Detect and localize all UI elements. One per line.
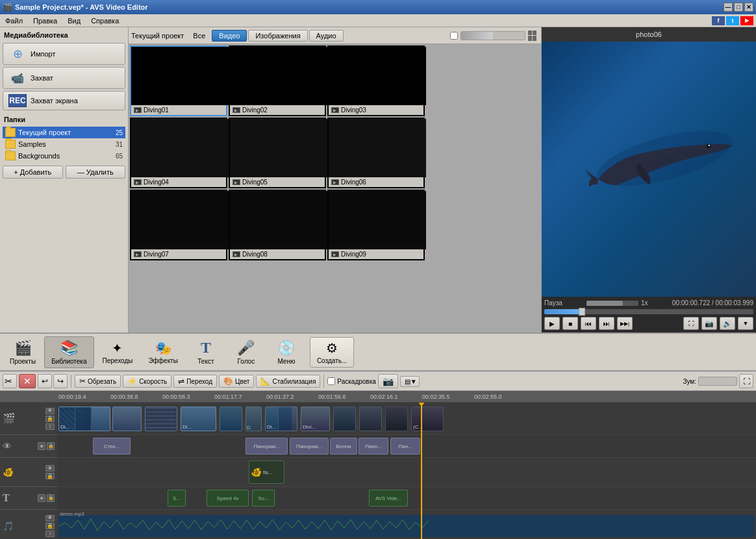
text-clip-s[interactable]: S... (168, 490, 186, 507)
overlay-lock-button[interactable]: 🔒 (45, 473, 55, 479)
fullscreen-preview-button[interactable]: ⛶ (683, 317, 699, 330)
text-track-row[interactable]: S... Speed 4x So... AVS Vide... (57, 487, 756, 510)
media-item-diving09[interactable]: Diving09 (327, 190, 425, 260)
folder-current-project[interactable]: Текущий проект 25 (3, 127, 125, 138)
menu-file[interactable]: Файл (3, 17, 25, 25)
video-clip-1[interactable]: Di... (58, 407, 110, 431)
delete-clip-button[interactable]: ✕ (19, 374, 36, 388)
transition-track-row[interactable]: Стек... Панорам... Панорам... Волна Пано… (57, 435, 756, 458)
video-clip-8[interactable]: Divi... (301, 407, 330, 431)
video-clip-6[interactable]: D. (246, 407, 262, 431)
import-button[interactable]: ⊕ Импорт (3, 43, 125, 65)
video-clip-10[interactable] (359, 407, 382, 431)
tool-transitions[interactable]: ✦ Переходы (95, 337, 140, 368)
video-clip-9[interactable] (333, 407, 356, 431)
audio-lock-button[interactable]: 🔒 (45, 523, 55, 529)
video-clip-4[interactable]: Di... (181, 407, 216, 431)
end-button[interactable]: ▶▶| (617, 317, 633, 330)
progress-handle[interactable] (579, 308, 585, 316)
track-expand-button[interactable]: ↕ (45, 423, 55, 430)
media-item-diving03[interactable]: Diving03 (327, 45, 425, 116)
transition-chip-pano3[interactable]: Пано... (359, 438, 388, 455)
media-item-diving01[interactable]: Diving01 (130, 45, 227, 116)
media-item-diving05[interactable]: Diving05 (229, 118, 326, 188)
media-item-diving08[interactable]: Diving08 (229, 190, 326, 260)
timeline-fullscreen-button[interactable]: ⛶ (739, 374, 753, 388)
media-item-diving02[interactable]: Diving02 (229, 45, 326, 116)
text-lock-button[interactable]: 🔒 (47, 494, 55, 502)
folder-samples[interactable]: Samples 31 (3, 138, 125, 150)
tool-text[interactable]: T Текст (186, 336, 225, 368)
youtube-icon[interactable]: ▶ (740, 16, 753, 25)
redo-button[interactable]: ↪ (53, 374, 68, 388)
fx-eye-button[interactable]: 👁 (38, 442, 45, 450)
text-clip-so[interactable]: So... (252, 490, 275, 507)
play-button[interactable]: ▶ (544, 317, 560, 330)
transition-chip-panoram2[interactable]: Панорам... (290, 438, 329, 455)
progress-bar[interactable] (544, 309, 753, 314)
tool-effects[interactable]: 🎭 Эффекты (141, 337, 184, 368)
menu-edit[interactable]: Правка (31, 17, 60, 25)
video-clip-5[interactable] (220, 407, 242, 431)
overlay-eye-button[interactable]: 👁 (45, 465, 55, 471)
color-button[interactable]: 🎨 Цвет (219, 375, 254, 388)
stabilize-button[interactable]: 📐 Стабилизация (256, 375, 320, 388)
grid-view-icon[interactable] (528, 31, 538, 41)
media-item-diving07[interactable]: Diving07 (130, 190, 227, 260)
camera-tool-button[interactable]: 📷 (378, 374, 398, 388)
transition-button[interactable]: ⇌ Переход (173, 375, 217, 388)
video-clip-3[interactable] (145, 407, 177, 431)
transition-clip-1[interactable]: Стек... (93, 438, 131, 455)
tab-video[interactable]: Видео (212, 30, 247, 42)
fx-lock-button[interactable]: 🔒 (47, 442, 55, 450)
snapshot-button[interactable]: 📷 (701, 317, 717, 330)
audio-eye-button[interactable]: 👁 (45, 515, 55, 521)
audio-track-row[interactable]: demo.mp3 (57, 510, 756, 539)
minimize-button[interactable]: — (724, 3, 733, 12)
tool-projects[interactable]: 🎬 Проекты (3, 336, 43, 368)
maximize-button[interactable]: □ (734, 3, 743, 12)
del-folder-button[interactable]: — Удалить (66, 166, 126, 179)
media-item-diving06[interactable]: Diving06 (327, 118, 425, 188)
tool-library[interactable]: 📚 Библиотека (44, 336, 94, 368)
storyboard-checkbox[interactable] (327, 377, 335, 385)
next-frame-button[interactable]: ⏭ (599, 317, 614, 330)
expand-button[interactable]: ▼ (738, 317, 753, 330)
add-folder-button[interactable]: + Добавить (3, 166, 63, 179)
text-clip-avs[interactable]: AVS Vide... (369, 490, 408, 507)
screen-capture-button[interactable]: REC Захват экрана (3, 91, 125, 110)
media-item-diving04[interactable]: Diving04 (130, 118, 227, 188)
tab-all[interactable]: Все (188, 31, 210, 41)
checkbox-input[interactable] (450, 32, 458, 40)
speed-button[interactable]: ⚡ Скорость (123, 375, 171, 388)
tool-create[interactable]: ⚙ Создать... (310, 337, 354, 368)
video-clip-7[interactable]: Di... (265, 407, 297, 431)
close-button[interactable]: ✕ (744, 3, 753, 12)
video-clip-11[interactable] (385, 407, 408, 431)
transition-chip-panoram1[interactable]: Панорам... (246, 438, 288, 455)
twitter-icon[interactable]: t (726, 16, 739, 25)
capture-button[interactable]: 📹 Захват (3, 67, 125, 89)
audio-solo-button[interactable]: ♪ (45, 531, 55, 537)
transition-chip-wave[interactable]: Волна (330, 438, 357, 455)
track-lock-button[interactable]: 🔒 (45, 416, 55, 422)
tab-audio[interactable]: Аудио (309, 30, 344, 42)
stop-button[interactable]: ■ (562, 317, 578, 330)
video-track-row[interactable]: Di... Di... D. Di... (57, 403, 756, 435)
volume-button[interactable]: 🔊 (720, 317, 735, 330)
overlay-track-row[interactable]: 🐠 fis... (57, 458, 756, 487)
text-eye-button[interactable]: 👁 (38, 494, 45, 502)
cut-button[interactable]: ✂ Обрезать (75, 375, 121, 388)
size-slider[interactable] (460, 31, 525, 40)
transition-chip-pan4[interactable]: Пан... (390, 438, 420, 455)
video-clip-12[interactable]: (C... (411, 407, 444, 431)
menu-view[interactable]: Вид (65, 17, 83, 25)
tool-voice[interactable]: 🎤 Голос (227, 336, 266, 368)
zoom-slider[interactable] (698, 377, 737, 386)
track-eye-button[interactable]: 👁 (45, 408, 55, 414)
folder-backgrounds[interactable]: Backgrounds 65 (3, 150, 125, 162)
prev-frame-button[interactable]: ⏮ (581, 317, 596, 330)
facebook-icon[interactable]: f (712, 16, 725, 25)
fish-clip[interactable]: 🐠 fis... (249, 460, 284, 484)
video-clip-2[interactable] (112, 407, 142, 431)
